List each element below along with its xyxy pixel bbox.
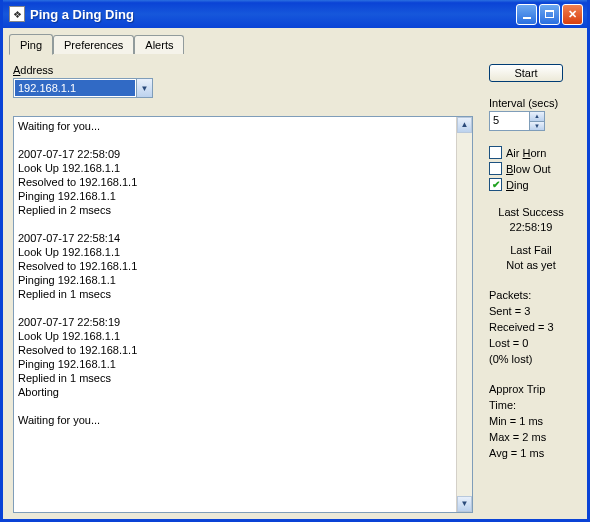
- left-column: Address 192.168.1.1 ▼ Waiting for you...…: [13, 64, 473, 513]
- tab-alerts-label: Alerts: [145, 39, 173, 51]
- log-wrapper: Waiting for you... 2007-07-17 22:58:09 L…: [13, 116, 473, 513]
- ding-checkbox[interactable]: ✔: [489, 178, 502, 191]
- packets-pct: (0% lost): [489, 351, 573, 367]
- trip-avg: Avg = 1 ms: [489, 445, 573, 461]
- last-fail-value: Not as yet: [489, 258, 573, 273]
- packets-sent: Sent = 3: [489, 303, 573, 319]
- app-icon: ❖: [9, 6, 25, 22]
- title-bar[interactable]: ❖ Ping a Ding Ding: [3, 0, 587, 28]
- blowout-label: Blow Out: [506, 163, 551, 175]
- scrollbar[interactable]: ▲ ▼: [456, 117, 472, 512]
- spinner-down-icon[interactable]: ▼: [530, 122, 544, 131]
- client-area: Ping Preferences Alerts Address 192.168.…: [3, 28, 587, 519]
- packets-lost: Lost = 0: [489, 335, 573, 351]
- address-value[interactable]: 192.168.1.1: [15, 80, 135, 96]
- address-combo[interactable]: 192.168.1.1 ▼: [13, 78, 153, 98]
- interval-label: Interval (secs): [489, 97, 573, 109]
- interval-spinner[interactable]: 5 ▲ ▼: [489, 111, 545, 131]
- airhorn-checkbox[interactable]: [489, 146, 502, 159]
- ding-label: Ding: [506, 179, 529, 191]
- maximize-button[interactable]: [539, 4, 560, 25]
- packets-block: Packets: Sent = 3 Received = 3 Lost = 0 …: [489, 287, 573, 367]
- trip-header: Approx Trip Time:: [489, 381, 573, 413]
- ding-row[interactable]: ✔ Ding: [489, 178, 573, 191]
- address-label: Address: [13, 64, 473, 76]
- tab-ping-label: Ping: [20, 39, 42, 51]
- app-window: ❖ Ping a Ding Ding Ping Preferences Aler…: [0, 0, 590, 522]
- tab-ping[interactable]: Ping: [9, 34, 53, 55]
- trip-max: Max = 2 ms: [489, 429, 573, 445]
- address-dropdown-button[interactable]: ▼: [136, 79, 152, 97]
- trip-min: Min = 1 ms: [489, 413, 573, 429]
- last-success-value: 22:58:19: [489, 220, 573, 235]
- tab-body: Address 192.168.1.1 ▼ Waiting for you...…: [9, 54, 581, 513]
- start-button[interactable]: Start: [489, 64, 563, 82]
- tab-strip: Ping Preferences Alerts: [9, 32, 581, 54]
- packets-header: Packets:: [489, 287, 573, 303]
- last-success-label: Last Success: [489, 205, 573, 220]
- blowout-checkbox[interactable]: [489, 162, 502, 175]
- minimize-button[interactable]: [516, 4, 537, 25]
- tab-alerts[interactable]: Alerts: [134, 35, 184, 54]
- scroll-down-icon[interactable]: ▼: [457, 496, 472, 512]
- tab-preferences[interactable]: Preferences: [53, 35, 134, 54]
- window-buttons: [516, 4, 583, 25]
- checkbox-group: Air Horn Blow Out ✔ Ding: [489, 143, 573, 191]
- packets-received: Received = 3: [489, 319, 573, 335]
- tab-preferences-label: Preferences: [64, 39, 123, 51]
- trip-block: Approx Trip Time: Min = 1 ms Max = 2 ms …: [489, 381, 573, 461]
- last-success-block: Last Success 22:58:19: [489, 205, 573, 235]
- window-title: Ping a Ding Ding: [30, 7, 516, 22]
- last-fail-label: Last Fail: [489, 243, 573, 258]
- scroll-up-icon[interactable]: ▲: [457, 117, 472, 133]
- log-content: Waiting for you... 2007-07-17 22:58:09 L…: [18, 120, 137, 426]
- airhorn-label: Air Horn: [506, 147, 546, 159]
- spinner-buttons: ▲ ▼: [529, 112, 544, 130]
- spinner-up-icon[interactable]: ▲: [530, 112, 544, 122]
- interval-value[interactable]: 5: [490, 112, 529, 130]
- right-column: Start Interval (secs) 5 ▲ ▼ Air Horn: [489, 64, 573, 513]
- log-textarea[interactable]: Waiting for you... 2007-07-17 22:58:09 L…: [13, 116, 473, 513]
- last-fail-block: Last Fail Not as yet: [489, 243, 573, 273]
- blowout-row[interactable]: Blow Out: [489, 162, 573, 175]
- close-button[interactable]: [562, 4, 583, 25]
- airhorn-row[interactable]: Air Horn: [489, 146, 573, 159]
